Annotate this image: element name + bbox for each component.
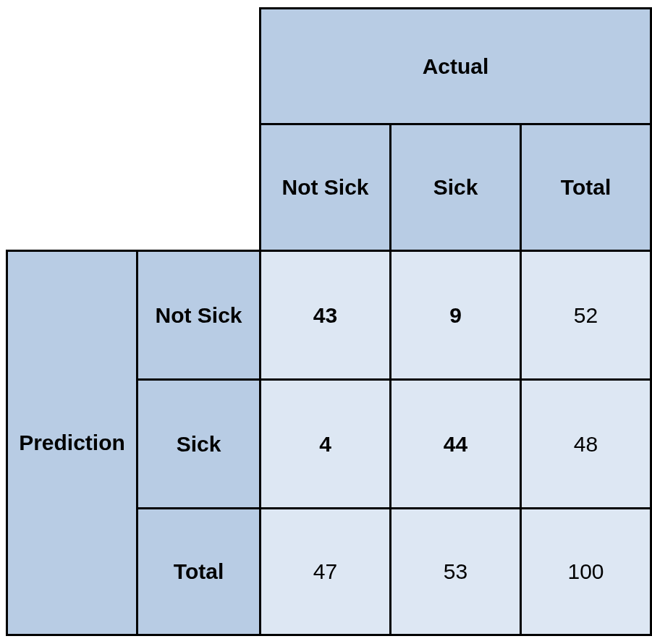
cell-pred-notsick-total: 52: [521, 251, 651, 380]
row-header-total: Total: [137, 509, 261, 635]
col-header-not-sick: Not Sick: [261, 124, 391, 251]
cell-pred-sick-total: 48: [521, 380, 651, 509]
cell-total-act-notsick: 47: [261, 509, 391, 635]
cell-pred-sick-act-notsick: 4: [261, 380, 391, 509]
confusion-matrix-wrapper: Actual Not Sick Sick Total Prediction No…: [0, 0, 652, 644]
cell-pred-sick-act-sick: 44: [391, 380, 521, 509]
col-header-sick: Sick: [391, 124, 521, 251]
header-actual: Actual: [261, 9, 651, 124]
blank-top-left: [7, 9, 261, 251]
col-header-total: Total: [521, 124, 651, 251]
confusion-matrix-table: Actual Not Sick Sick Total Prediction No…: [6, 7, 652, 636]
cell-pred-notsick-act-sick: 9: [391, 251, 521, 380]
row-header-sick: Sick: [137, 380, 261, 509]
row-header-prediction: Prediction: [7, 251, 137, 635]
row-header-not-sick: Not Sick: [137, 251, 261, 380]
cell-pred-notsick-act-notsick: 43: [261, 251, 391, 380]
cell-total-act-sick: 53: [391, 509, 521, 635]
cell-grand-total: 100: [521, 509, 651, 635]
